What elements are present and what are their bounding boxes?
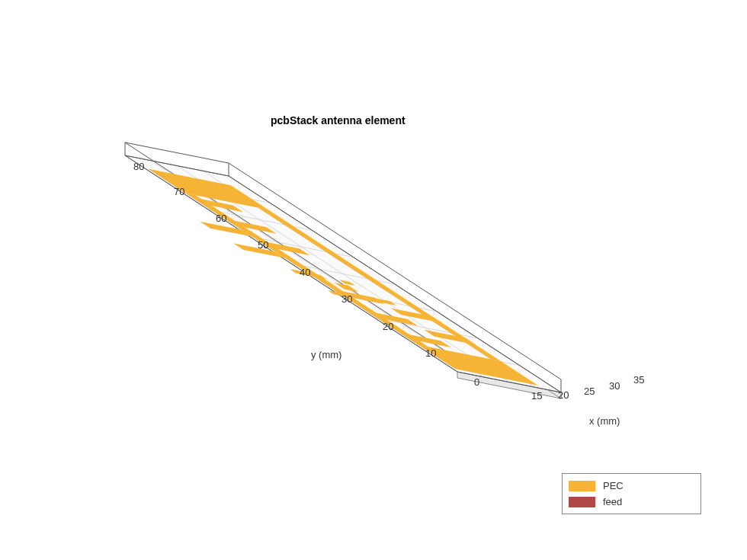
legend-swatch-feed xyxy=(569,497,595,507)
y-tick-30: 30 xyxy=(341,293,352,305)
legend-item-pec: PEC xyxy=(569,478,694,494)
legend-item-feed: feed xyxy=(569,494,694,510)
y-axis-label: y (mm) xyxy=(311,349,341,360)
x-tick-35: 35 xyxy=(633,374,644,386)
x-tick-20: 20 xyxy=(558,389,569,401)
x-tick-15: 15 xyxy=(531,390,542,402)
legend-label-feed: feed xyxy=(603,496,622,507)
y-tick-70: 70 xyxy=(174,186,184,197)
y-tick-80: 80 xyxy=(133,161,144,172)
x-tick-30: 30 xyxy=(609,380,620,392)
x-tick-25: 25 xyxy=(584,386,595,397)
legend: PEC feed xyxy=(562,473,701,514)
y-tick-50: 50 xyxy=(258,239,268,251)
y-tick-40: 40 xyxy=(300,267,310,278)
y-tick-60: 60 xyxy=(216,213,226,224)
y-tick-0: 0 xyxy=(474,376,479,388)
x-axis-label: x (mm) xyxy=(589,415,620,427)
legend-label-pec: PEC xyxy=(603,480,624,491)
y-tick-20: 20 xyxy=(383,321,393,332)
legend-swatch-pec xyxy=(569,481,595,491)
y-tick-10: 10 xyxy=(425,347,436,359)
svg-line-16 xyxy=(229,163,561,379)
